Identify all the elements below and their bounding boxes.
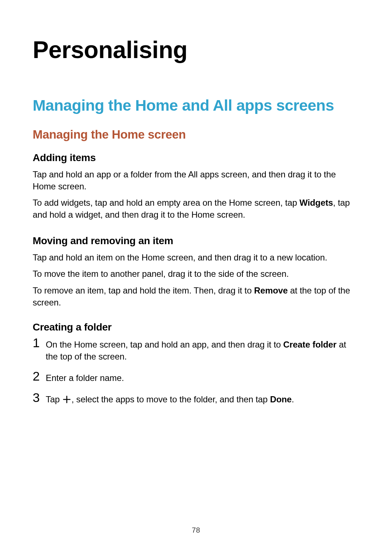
moving-removing-p2: To move the item to another panel, drag …: [33, 268, 359, 280]
text-run: On the Home screen, tap and hold an app,…: [46, 340, 283, 349]
adding-items-p1: Tap and hold an app or a folder from the…: [33, 168, 359, 192]
bold-create-folder: Create folder: [283, 340, 336, 349]
page-number: 78: [0, 526, 392, 534]
topic-creating-folder: Creating a folder: [33, 321, 359, 333]
subsection-title: Managing the Home screen: [33, 127, 359, 142]
list-item: 3 Tap , select the apps to move to the f…: [33, 393, 359, 406]
step-2-text: Enter a folder name.: [46, 371, 359, 384]
adding-items-p2: To add widgets, tap and hold an empty ar…: [33, 197, 359, 221]
topic-moving-removing: Moving and removing an item: [33, 234, 359, 247]
step-number-3: 3: [33, 391, 46, 404]
bold-widgets: Widgets: [299, 198, 333, 208]
moving-removing-p3: To remove an item, tap and hold the item…: [33, 284, 359, 308]
step-number-2: 2: [33, 370, 46, 382]
section-title: Managing the Home and All apps screens: [33, 97, 359, 114]
plus-icon: [63, 394, 71, 406]
step-1-text: On the Home screen, tap and hold an app,…: [46, 338, 359, 362]
list-item: 1 On the Home screen, tap and hold an ap…: [33, 338, 359, 362]
step-number-1: 1: [33, 336, 46, 349]
bold-remove: Remove: [254, 286, 288, 295]
page: Personalising Managing the Home and All …: [0, 0, 392, 554]
text-run: Tap: [46, 394, 62, 404]
chapter-title: Personalising: [33, 36, 359, 64]
list-item: 2 Enter a folder name.: [33, 371, 359, 384]
text-run: , select the apps to move to the folder,…: [72, 394, 270, 404]
ordered-list: 1 On the Home screen, tap and hold an ap…: [33, 338, 359, 406]
topic-adding-items: Adding items: [33, 151, 359, 164]
bold-done: Done: [270, 394, 292, 404]
text-run: To add widgets, tap and hold an empty ar…: [33, 198, 299, 208]
text-run: To remove an item, tap and hold the item…: [33, 286, 254, 295]
step-3-text: Tap , select the apps to move to the fol…: [46, 393, 359, 406]
text-run: .: [292, 394, 294, 404]
moving-removing-p1: Tap and hold an item on the Home screen,…: [33, 251, 359, 263]
